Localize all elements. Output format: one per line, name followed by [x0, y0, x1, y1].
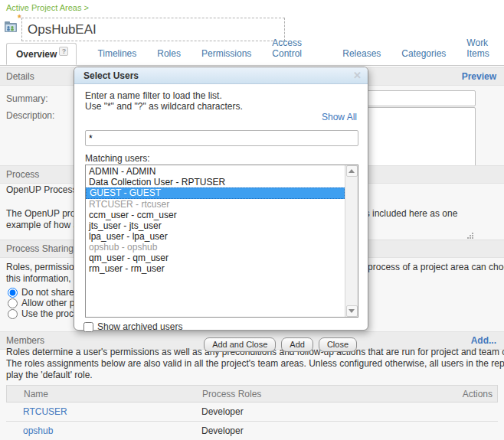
project-name-field[interactable]: OpsHubEAI — [21, 18, 285, 41]
tab-roles[interactable]: Roles — [157, 48, 181, 65]
member-role: Developer — [201, 425, 452, 436]
user-option-selected[interactable]: GUEST - GUEST — [86, 187, 345, 199]
name-filter-input[interactable] — [85, 130, 358, 146]
user-option-disabled[interactable]: RTCUSER - rtcuser — [86, 199, 345, 210]
filter-instructions: Enter a name filter to load the list. Us… — [85, 90, 357, 112]
members-add-link[interactable]: Add... — [471, 335, 496, 346]
description-label: Description: — [6, 110, 54, 121]
tab-access-control[interactable]: Access Control — [272, 37, 322, 65]
tab-bar: Overview ? Timelines Roles Permissions A… — [0, 44, 504, 66]
matching-users-listbox: ADMIN - ADMIN Data Collection User - RPT… — [85, 165, 358, 318]
table-row: opshub Developer — [6, 422, 498, 440]
user-option[interactable]: qm_user - qm_user — [86, 253, 345, 263]
tab-timelines[interactable]: Timelines — [97, 48, 136, 65]
members-table-header: Name Process Roles Actions — [6, 385, 498, 403]
dialog-buttons: Add and Close Add Close — [204, 337, 357, 352]
user-option[interactable]: Data Collection User - RPTUSER — [86, 177, 345, 187]
user-option[interactable]: jts_user - jts_user — [86, 220, 345, 231]
member-role: Developer — [201, 406, 452, 417]
radio-do-not-share-input[interactable] — [8, 288, 18, 298]
add-button[interactable]: Add — [281, 337, 313, 352]
scrollbar[interactable] — [345, 165, 358, 317]
tab-work-items[interactable]: Work Items — [466, 37, 504, 65]
resize-grip-icon[interactable] — [467, 231, 474, 238]
tab-releases[interactable]: Releases — [342, 48, 381, 65]
add-and-close-button[interactable]: Add and Close — [204, 337, 276, 352]
project-title: OpsHubEAI — [28, 22, 97, 37]
scroll-down-icon[interactable] — [346, 305, 358, 317]
user-option[interactable]: ADMIN - ADMIN — [86, 166, 345, 177]
user-option-disabled[interactable]: opshub - opshub — [86, 242, 345, 253]
user-option[interactable]: ccm_user - ccm_user — [86, 210, 345, 220]
show-archived-checkbox[interactable] — [83, 322, 93, 332]
process-name: OpenUP Process — [6, 184, 77, 196]
dialog-title: Select Users — [83, 70, 353, 81]
member-link-rtcuser[interactable]: RTCUSER — [23, 406, 67, 417]
table-row: RTCUSER Developer — [6, 403, 498, 422]
project-area-editor: Active Project Areas > * OpsHubEAI Overv… — [0, 0, 504, 440]
breadcrumb[interactable]: Active Project Areas > — [6, 3, 89, 12]
required-indicator: * — [18, 13, 21, 24]
user-list: ADMIN - ADMIN Data Collection User - RPT… — [86, 165, 345, 317]
dialog-titlebar[interactable]: Select Users ✕ — [74, 67, 368, 84]
scroll-up-icon[interactable] — [346, 165, 358, 177]
project-area-icon — [5, 21, 18, 33]
show-all-link[interactable]: Show All — [322, 112, 357, 122]
summary-label: Summary: — [6, 93, 48, 104]
member-link-opshub[interactable]: opshub — [23, 425, 53, 436]
close-button[interactable]: Close — [319, 337, 357, 352]
select-users-dialog: Select Users ✕ Enter a name filter to lo… — [74, 67, 368, 331]
tab-permissions[interactable]: Permissions — [201, 48, 251, 65]
radio-allow-other-input[interactable] — [8, 298, 18, 308]
user-option[interactable]: lpa_user - lpa_user — [86, 231, 345, 242]
radio-use-process-input[interactable] — [8, 309, 18, 319]
user-option[interactable]: rm_user - rm_user — [86, 263, 345, 274]
tab-overview[interactable]: Overview ? — [6, 43, 77, 65]
tab-categories[interactable]: Categories — [401, 48, 446, 65]
close-icon[interactable]: ✕ — [353, 70, 362, 81]
preview-link[interactable]: Preview — [462, 71, 496, 82]
help-icon[interactable]: ? — [59, 47, 68, 56]
show-archived-checkbox-row[interactable]: Show archived users — [83, 321, 182, 332]
dialog-body: Enter a name filter to load the list. Us… — [74, 84, 368, 331]
matching-users-label: Matching users: — [85, 153, 150, 164]
